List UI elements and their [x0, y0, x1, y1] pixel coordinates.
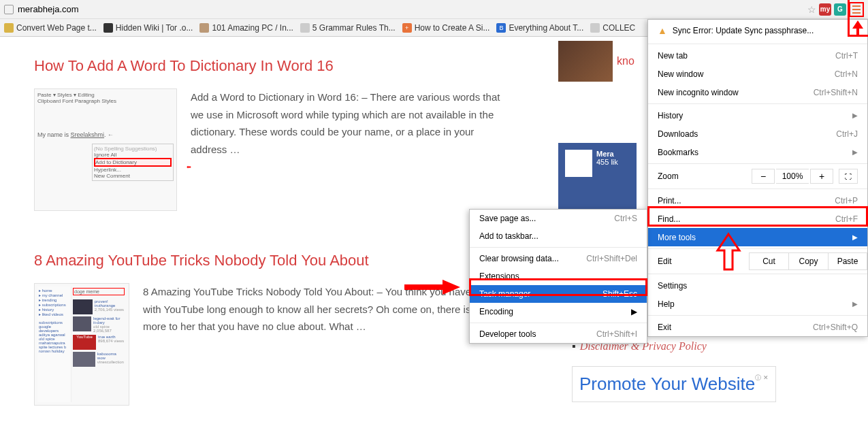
sidebar-lower: Disclaimer & Privacy Policy ⓘ ✕ Promote …: [572, 340, 776, 402]
ad-block[interactable]: ⓘ ✕ Promote Your Website: [572, 366, 776, 402]
submenu-encoding[interactable]: Encoding▶: [470, 303, 647, 321]
bookmark-item[interactable]: COLLEC: [590, 23, 635, 33]
submenu-dev-tools[interactable]: Developer toolsCtrl+Shift+I: [470, 325, 647, 343]
extension-my-icon[interactable]: my: [819, 3, 831, 16]
post-title-link[interactable]: 8 Amazing YouTube Tricks Nobody Told You…: [34, 252, 511, 269]
submenu-task-manager[interactable]: Task managerShift+Esc: [470, 285, 647, 303]
copy-button[interactable]: Copy: [788, 252, 828, 270]
menu-new-tab[interactable]: New tabCtrl+T: [648, 46, 867, 65]
chevron-right-icon: ▶: [631, 307, 637, 316]
bookmark-star-icon[interactable]: ☆: [807, 4, 816, 15]
menu-exit[interactable]: ExitCtrl+Shift+Q: [648, 318, 867, 336]
warning-icon: ▲: [658, 25, 667, 36]
menu-zoom: Zoom − 100% + ⛶: [648, 166, 867, 186]
chevron-right-icon: ▶: [852, 112, 858, 119]
bookmark-item[interactable]: BEverything About T...: [496, 23, 583, 33]
menu-new-incognito[interactable]: New incognito windowCtrl+Shift+N: [648, 83, 867, 101]
chevron-right-icon: ▶: [852, 300, 858, 308]
more-tools-submenu: Save page as...Ctrl+S Add to taskbar... …: [469, 209, 647, 344]
submenu-save-page[interactable]: Save page as...Ctrl+S: [470, 210, 647, 227]
post-excerpt: 8 Amazing YouTube Tricks Nobody Told You…: [143, 283, 511, 406]
submenu-extensions[interactable]: Extensions: [470, 267, 647, 285]
chrome-main-menu: ▲ Sync Error: Update Sync passphrase... …: [647, 19, 868, 337]
bookmark-item[interactable]: 101 Amazing PC / In...: [199, 23, 293, 33]
zoom-in-button[interactable]: +: [810, 169, 833, 184]
post-excerpt: Add a Word to Dictionary in Word 16: – T…: [191, 88, 511, 211]
bookmark-item[interactable]: Convert Web Page t...: [4, 23, 97, 33]
post-thumbnail: ▸ home▸ my channel▸ trending▸ subscripti…: [34, 283, 129, 406]
address-bar: ☆ my G: [0, 0, 868, 19]
post-thumbnail: Paste ▾ Styles ▾ EditingClipboard Font P…: [34, 88, 177, 211]
bookmark-item[interactable]: +How to Create A Si...: [402, 23, 490, 33]
zoom-value: 100%: [776, 169, 809, 184]
menu-find[interactable]: Find...Ctrl+F: [648, 210, 867, 228]
menu-new-window[interactable]: New windowCtrl+N: [648, 65, 867, 83]
submenu-clear-data[interactable]: Clear browsing data...Ctrl+Shift+Del: [470, 250, 647, 267]
menu-settings[interactable]: Settings: [648, 276, 867, 295]
ad-title: Promote Your Website: [579, 374, 769, 395]
page-icon: [4, 5, 14, 14]
sidebar-thumb: [558, 41, 613, 82]
menu-more-tools[interactable]: More tools▶: [648, 228, 867, 246]
paste-button[interactable]: Paste: [828, 252, 867, 270]
bookmark-item[interactable]: 5 Grammar Rules Th...: [300, 23, 396, 33]
menu-help[interactable]: Help▶: [648, 295, 867, 313]
extension-grammarly-icon[interactable]: G: [834, 3, 846, 16]
chevron-right-icon: ▶: [852, 148, 858, 156]
menu-sync-error[interactable]: ▲ Sync Error: Update Sync passphrase...: [648, 20, 867, 42]
ad-badge-icon[interactable]: ⓘ ✕: [755, 374, 769, 382]
menu-edit: Edit Cut Copy Paste: [648, 251, 867, 272]
submenu-add-taskbar[interactable]: Add to taskbar...: [470, 227, 647, 245]
menu-bookmarks[interactable]: Bookmarks▶: [648, 143, 867, 161]
chrome-menu-button[interactable]: [849, 2, 864, 17]
sidebar-link[interactable]: kno: [617, 55, 634, 67]
url-input[interactable]: [16, 3, 805, 16]
menu-downloads[interactable]: DownloadsCtrl+J: [648, 125, 867, 143]
zoom-out-button[interactable]: −: [752, 169, 775, 184]
bookmark-item[interactable]: Hidden Wiki | Tor .o...: [103, 23, 193, 33]
fullscreen-button[interactable]: ⛶: [839, 169, 858, 184]
cut-button[interactable]: Cut: [749, 252, 788, 270]
chevron-right-icon: ▶: [852, 233, 858, 241]
menu-history[interactable]: History▶: [648, 106, 867, 125]
post-title-link[interactable]: How To Add A Word To Dictionary In Word …: [34, 57, 511, 75]
page-content: How To Add A Word To Dictionary In Word …: [0, 37, 545, 443]
menu-print[interactable]: Print...Ctrl+P: [648, 191, 867, 210]
